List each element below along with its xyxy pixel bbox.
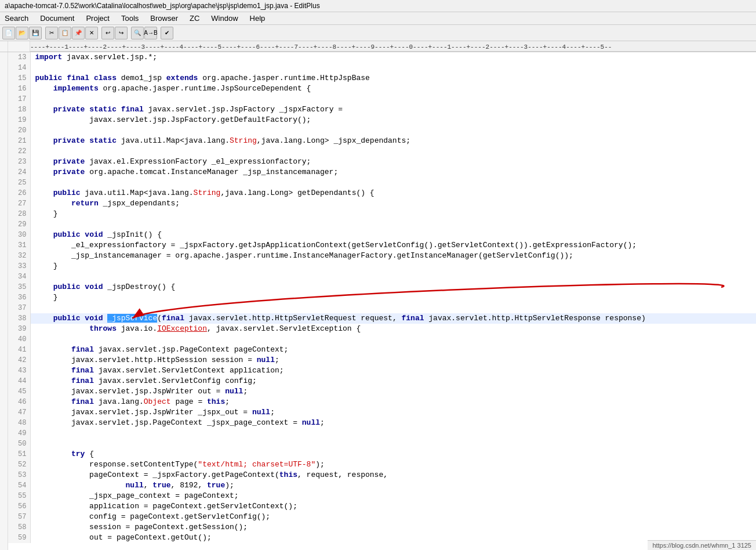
- code-line[interactable]: import javax.servlet.jsp.*;: [30, 52, 756, 63]
- code-line[interactable]: [30, 303, 756, 313]
- toolbar-btn-paste[interactable]: 📌: [72, 27, 85, 39]
- line-number: 29: [8, 219, 30, 230]
- toolbar-btn-find[interactable]: 🔍: [131, 27, 144, 39]
- code-line[interactable]: public java.util.Map<java.lang.String,ja…: [30, 188, 756, 198]
- menu-item-document[interactable]: Document: [38, 13, 77, 23]
- code-line[interactable]: javax.servlet.jsp.JspWriter out = null;: [30, 386, 756, 397]
- table-row: 43 final javax.servlet.ServletContext ap…: [8, 366, 756, 376]
- menu-item-tools[interactable]: Tools: [119, 13, 141, 23]
- line-number: 55: [8, 491, 30, 501]
- toolbar-btn-save[interactable]: 💾: [29, 27, 42, 39]
- code-line[interactable]: public void _jspDestroy() {: [30, 282, 756, 292]
- code-line[interactable]: implements org.apache.jasper.runtime.Jsp…: [30, 84, 756, 94]
- toolbar-btn-undo[interactable]: ↩: [101, 27, 114, 39]
- menu-item-browser[interactable]: Browser: [148, 13, 180, 23]
- code-line[interactable]: config = pageContext.getServletConfig();: [30, 512, 756, 522]
- code-line[interactable]: private org.apache.tomcat.InstanceManage…: [30, 167, 756, 178]
- table-row: 29: [8, 219, 756, 230]
- table-row: 41 final javax.servlet.jsp.PageContext p…: [8, 345, 756, 355]
- table-row: 15public final class demo1_jsp extends o…: [8, 73, 756, 84]
- code-line[interactable]: application = pageContext.getServletCont…: [30, 501, 756, 512]
- toolbar: 📄 📂 💾 ✂ 📋 📌 ✕ ↩ ↪ 🔍 A→B ✔: [0, 25, 756, 41]
- line-number: 21: [8, 136, 30, 146]
- code-line[interactable]: }: [30, 292, 756, 303]
- table-row: 16 implements org.apache.jasper.runtime.…: [8, 84, 756, 94]
- code-line[interactable]: [30, 146, 756, 157]
- table-row: 30 public void _jspInit() {: [8, 230, 756, 240]
- table-row: 35 public void _jspDestroy() {: [8, 282, 756, 292]
- code-line[interactable]: session = pageContext.getSession();: [30, 522, 756, 533]
- line-number: 26: [8, 188, 30, 198]
- toolbar-btn-cut[interactable]: ✂: [45, 27, 58, 39]
- code-line[interactable]: try {: [30, 449, 756, 459]
- code-line[interactable]: public final class demo1_jsp extends org…: [30, 73, 756, 84]
- code-line[interactable]: final javax.servlet.ServletContext appli…: [30, 366, 756, 376]
- toolbar-btn-check[interactable]: ✔: [161, 27, 173, 39]
- code-line[interactable]: public void _jspService(final javax.serv…: [30, 313, 756, 324]
- toolbar-btn-redo[interactable]: ↪: [115, 27, 128, 39]
- table-row: 13import javax.servlet.jsp.*;: [8, 52, 756, 63]
- table-row: 31 _el_expressionfactory = _jspxFactory.…: [8, 240, 756, 251]
- line-number: 38: [8, 313, 30, 324]
- toolbar-btn-open[interactable]: 📂: [16, 27, 28, 39]
- code-line[interactable]: [30, 272, 756, 282]
- code-line[interactable]: [30, 94, 756, 104]
- toolbar-btn-copy[interactable]: 📋: [59, 27, 71, 39]
- code-line[interactable]: response.setContentType("text/html; char…: [30, 459, 756, 470]
- code-line[interactable]: final javax.servlet.ServletConfig config…: [30, 376, 756, 386]
- menu-item-zc[interactable]: ZC: [187, 13, 202, 23]
- code-line[interactable]: private static final javax.servlet.jsp.J…: [30, 104, 756, 115]
- menu-item-window[interactable]: Window: [209, 13, 240, 23]
- line-number: 27: [8, 198, 30, 209]
- toolbar-btn-delete[interactable]: ✕: [85, 27, 98, 39]
- code-line[interactable]: out = pageContext.getOut();: [30, 533, 756, 543]
- code-line[interactable]: _jsp_instancemanager = org.apache.jasper…: [30, 251, 756, 261]
- line-number: 54: [8, 480, 30, 491]
- code-line[interactable]: [30, 428, 756, 439]
- code-line[interactable]: javax.servlet.jsp.PageContext _jspx_page…: [30, 418, 756, 428]
- table-row: 50: [8, 439, 756, 449]
- code-line[interactable]: public void _jspInit() {: [30, 230, 756, 240]
- code-area[interactable]: 13import javax.servlet.jsp.*;14 15public…: [8, 52, 756, 550]
- table-row: 24 private org.apache.tomcat.InstanceMan…: [8, 167, 756, 178]
- code-line[interactable]: pageContext = _jspxFactory.getPageContex…: [30, 470, 756, 480]
- table-row: 17: [8, 94, 756, 104]
- code-line[interactable]: }: [30, 209, 756, 219]
- code-line[interactable]: return _jspx_dependants;: [30, 198, 756, 209]
- line-number: 32: [8, 251, 30, 261]
- left-margin: [0, 52, 8, 550]
- menu-item-search[interactable]: Search: [2, 13, 31, 23]
- toolbar-btn-new[interactable]: 📄: [2, 27, 15, 39]
- line-number: 31: [8, 240, 30, 251]
- line-number: 30: [8, 230, 30, 240]
- line-number: 13: [8, 52, 30, 63]
- code-line[interactable]: [30, 125, 756, 136]
- menu-item-project[interactable]: Project: [83, 13, 111, 23]
- code-line[interactable]: javax.servlet.http.HttpSession session =…: [30, 355, 756, 366]
- code-line[interactable]: [30, 63, 756, 73]
- table-row: 46 final java.lang.Object page = this;: [8, 397, 756, 407]
- code-line[interactable]: _jspx_page_context = pageContext;: [30, 491, 756, 501]
- line-number: 50: [8, 439, 30, 449]
- menu-item-help[interactable]: Help: [248, 13, 268, 23]
- code-line[interactable]: [30, 219, 756, 230]
- code-line[interactable]: javax.servlet.jsp.JspFactory.getDefaultF…: [30, 115, 756, 125]
- line-number: 53: [8, 470, 30, 480]
- code-line[interactable]: final javax.servlet.jsp.PageContext page…: [30, 345, 756, 355]
- code-line[interactable]: private static java.util.Map<java.lang.S…: [30, 136, 756, 146]
- table-row: 40: [8, 334, 756, 345]
- table-row: 32 _jsp_instancemanager = org.apache.jas…: [8, 251, 756, 261]
- code-line[interactable]: _el_expressionfactory = _jspxFactory.get…: [30, 240, 756, 251]
- code-line[interactable]: final java.lang.Object page = this;: [30, 397, 756, 407]
- code-line[interactable]: [30, 439, 756, 449]
- code-line[interactable]: private javax.el.ExpressionFactory _el_e…: [30, 157, 756, 167]
- code-line[interactable]: }: [30, 261, 756, 272]
- code-line[interactable]: throws java.io.IOException, javax.servle…: [30, 324, 756, 334]
- toolbar-btn-replace[interactable]: A→B: [144, 27, 157, 39]
- code-line[interactable]: [30, 334, 756, 345]
- table-row: 57 config = pageContext.getServletConfig…: [8, 512, 756, 522]
- code-line[interactable]: [30, 178, 756, 188]
- code-line[interactable]: javax.servlet.jsp.JspWriter _jspx_out = …: [30, 407, 756, 418]
- code-line[interactable]: null, true, 8192, true);: [30, 480, 756, 491]
- table-row: 39 throws java.io.IOException, javax.ser…: [8, 324, 756, 334]
